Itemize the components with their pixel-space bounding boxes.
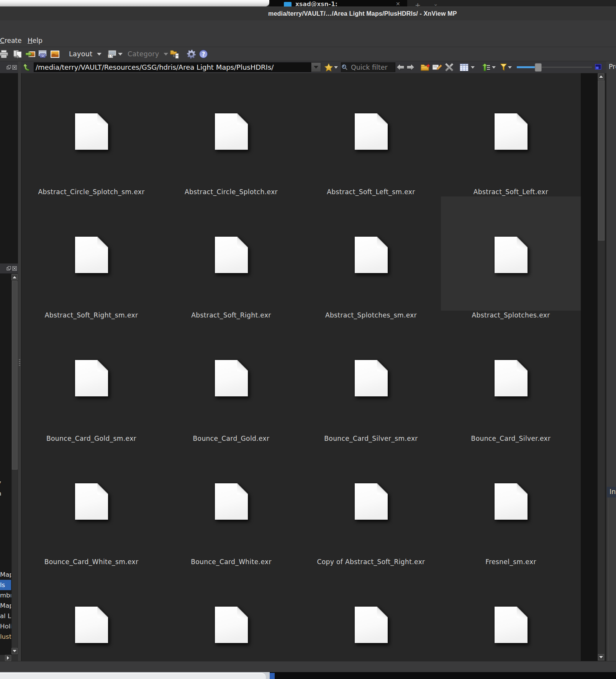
screen-capture-icon[interactable] bbox=[38, 50, 47, 59]
tree-item-fragment[interactable]: n bbox=[0, 490, 1, 497]
hovered-cell-highlight bbox=[441, 196, 581, 311]
file-browser bbox=[21, 73, 581, 661]
dock-close-icon[interactable] bbox=[12, 65, 17, 70]
category-dock-titlebar bbox=[0, 263, 18, 273]
thumbnail-size-slider[interactable] bbox=[517, 61, 592, 73]
screen: xsad@xsn-1: ✕ + ⌄ media/terry/VAULT/…/Ar… bbox=[0, 0, 616, 679]
toolbar-settings-gear-button[interactable] bbox=[187, 47, 196, 61]
terminal-tab-menu-icon[interactable]: ⌄ bbox=[433, 0, 438, 7]
background-window-blue-accent bbox=[270, 673, 275, 679]
splitter-grip-icon bbox=[19, 359, 20, 367]
toolbar-label: Category bbox=[128, 50, 159, 58]
menu-item-create[interactable]: Create bbox=[0, 37, 22, 44]
sort-ascending-button[interactable] bbox=[481, 61, 490, 73]
filter-funnel-icon[interactable] bbox=[500, 63, 507, 72]
dock-float-icon[interactable] bbox=[7, 266, 11, 271]
dock-float-icon[interactable] bbox=[7, 65, 11, 70]
slider-handle[interactable] bbox=[535, 63, 542, 72]
new-folder-icon[interactable] bbox=[421, 63, 431, 72]
toolbar-printer-button[interactable] bbox=[0, 47, 8, 61]
toolbar-convert-image-button[interactable] bbox=[25, 47, 35, 61]
title-bar[interactable]: media/terry/VAULT/…/Area Light Maps/Plus… bbox=[0, 7, 616, 20]
sort-ascending-icon[interactable] bbox=[481, 63, 490, 72]
menu-item-help[interactable]: Help bbox=[28, 37, 43, 44]
toolbar-batch-folder-button[interactable] bbox=[170, 47, 180, 61]
up-arrow-button[interactable] bbox=[22, 61, 30, 73]
chevron-down-icon[interactable] bbox=[97, 47, 102, 61]
convert-image-icon[interactable] bbox=[25, 50, 35, 59]
chevron-down-icon[interactable] bbox=[471, 61, 475, 73]
toolbar-help-button[interactable]: ? bbox=[199, 47, 208, 61]
scroll-up-button[interactable] bbox=[11, 274, 18, 280]
preview-panel-title: Preview bbox=[609, 63, 616, 70]
printer-icon[interactable] bbox=[0, 50, 8, 58]
chevron-down-icon[interactable] bbox=[508, 61, 512, 73]
status-bar bbox=[0, 661, 616, 672]
folders-dock-content[interactable] bbox=[0, 73, 18, 263]
terminal-tab-close-icon[interactable]: ✕ bbox=[396, 1, 400, 7]
toolbar-layout-button[interactable]: Layout bbox=[69, 47, 92, 61]
chevron-down-icon[interactable] bbox=[164, 47, 168, 61]
category-list-item[interactable]: lust bbox=[0, 632, 11, 642]
scroll-down-button[interactable] bbox=[598, 654, 604, 660]
new-folder-button[interactable] bbox=[421, 61, 431, 73]
back-arrow-button[interactable] bbox=[396, 61, 405, 73]
toolbar-category-button[interactable]: Category bbox=[128, 47, 159, 61]
slider-fill bbox=[517, 66, 535, 68]
toolbar-slideshow-button[interactable]: 1-5 bbox=[108, 47, 117, 61]
toolbar-label: Layout bbox=[69, 50, 92, 58]
category-list-item[interactable]: al Lo bbox=[0, 611, 11, 621]
category-list-item[interactable]: mbr bbox=[0, 590, 11, 600]
main-toolbar: Layout1-5Category? bbox=[0, 47, 616, 61]
toolbar-copy-pages-button[interactable] bbox=[13, 47, 22, 61]
image-thumbnail-icon[interactable] bbox=[50, 50, 60, 58]
filter-funnel-button[interactable] bbox=[500, 61, 507, 73]
terminal-new-tab-icon[interactable]: + bbox=[415, 1, 421, 7]
forward-arrow-icon[interactable] bbox=[406, 63, 415, 71]
path-dropdown-button[interactable] bbox=[311, 62, 321, 72]
scrollbar-thumb[interactable] bbox=[598, 80, 605, 241]
delete-cross-button[interactable] bbox=[445, 61, 454, 73]
favorites-star-icon[interactable] bbox=[324, 63, 333, 72]
category-list-item[interactable]: Map bbox=[0, 600, 11, 611]
view-grid-icon[interactable] bbox=[459, 63, 469, 72]
compare-icon[interactable] bbox=[595, 64, 602, 70]
category-list-item[interactable]: Holi bbox=[0, 621, 11, 632]
scroll-down-button[interactable] bbox=[11, 648, 18, 654]
scroll-up-button[interactable] bbox=[598, 74, 604, 80]
quick-filter-input[interactable]: Quick filter bbox=[341, 62, 395, 72]
scrollbar-thumb[interactable] bbox=[12, 281, 18, 470]
batch-folder-icon[interactable] bbox=[170, 49, 180, 59]
chevron-down-icon[interactable] bbox=[492, 61, 496, 73]
background-window-edge-bottom-left bbox=[0, 673, 266, 679]
info-tab-label: Info bbox=[609, 488, 616, 496]
rename-edit-button[interactable] bbox=[432, 61, 442, 73]
path-input[interactable]: /media/terry/VAULT/Resources/GSG/hdris/A… bbox=[34, 62, 311, 72]
slideshow-icon[interactable]: 1-5 bbox=[108, 50, 117, 59]
address-bar: /media/terry/VAULT/Resources/GSG/hdris/A… bbox=[0, 61, 616, 73]
delete-cross-icon[interactable] bbox=[445, 63, 454, 71]
category-list-item[interactable]: ls bbox=[0, 580, 11, 590]
toolbar-screen-capture-button[interactable] bbox=[38, 47, 47, 61]
chevron-down-icon[interactable] bbox=[334, 61, 338, 73]
browser-empty-column bbox=[581, 73, 597, 661]
rename-edit-icon[interactable] bbox=[432, 63, 442, 71]
compare-button[interactable] bbox=[595, 61, 602, 73]
tree-item-fragment[interactable]: y bbox=[0, 479, 1, 486]
forward-arrow-button[interactable] bbox=[406, 61, 415, 73]
scroll-right-button[interactable] bbox=[5, 655, 11, 661]
terminal-tab[interactable]: xsad@xsn-1: ✕ bbox=[269, 0, 407, 7]
toolbar-image-thumbnail-button[interactable] bbox=[50, 47, 60, 61]
copy-pages-icon[interactable] bbox=[13, 50, 22, 59]
favorites-star-button[interactable] bbox=[324, 61, 333, 73]
terminal-icon bbox=[284, 2, 292, 7]
category-list-item[interactable]: Map bbox=[0, 569, 11, 580]
back-arrow-icon[interactable] bbox=[396, 63, 405, 71]
background-window-edge-top-left bbox=[0, 0, 269, 7]
settings-gear-icon[interactable] bbox=[187, 49, 196, 59]
help-icon[interactable]: ? bbox=[199, 49, 208, 59]
chevron-down-icon[interactable] bbox=[118, 47, 123, 61]
view-grid-button[interactable] bbox=[459, 61, 469, 73]
up-arrow-icon[interactable] bbox=[22, 63, 30, 71]
dock-close-icon[interactable] bbox=[12, 266, 17, 271]
